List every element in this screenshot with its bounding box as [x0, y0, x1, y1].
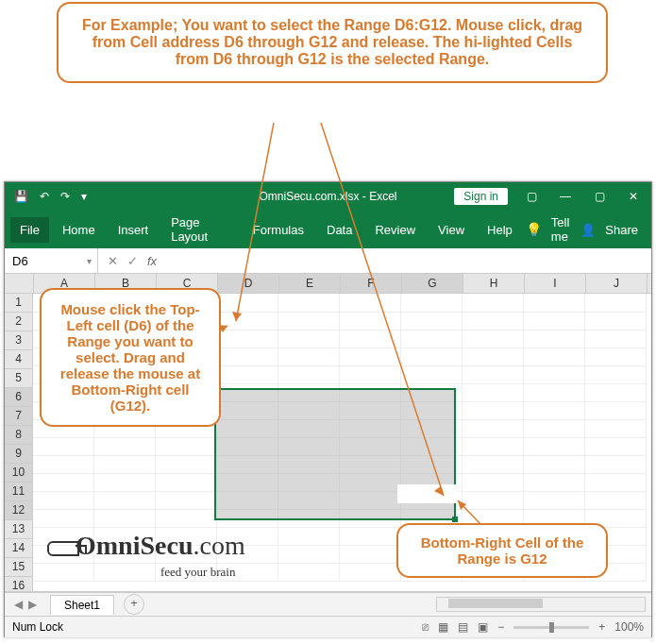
tab-page-layout[interactable]: Page Layout [161, 210, 240, 249]
bulb-icon: 💡 [526, 222, 542, 237]
select-all-corner[interactable] [5, 274, 34, 293]
row-head[interactable]: 3 [5, 331, 33, 350]
zoom-out-button[interactable]: − [497, 620, 504, 634]
zoom-in-button[interactable]: + [598, 620, 605, 634]
row-head[interactable]: 8 [5, 426, 33, 445]
view-break-icon[interactable]: ▣ [478, 620, 488, 634]
share-button[interactable]: Share [605, 223, 638, 237]
tab-help[interactable]: Help [478, 217, 522, 243]
col-head-i[interactable]: I [525, 274, 586, 293]
view-normal-icon[interactable]: ▦ [438, 620, 448, 634]
row-head[interactable]: 2 [5, 313, 33, 331]
row-head[interactable]: 7 [5, 407, 33, 426]
row-head[interactable]: 16 [5, 577, 33, 592]
row-head[interactable]: 5 [5, 369, 33, 388]
row-head[interactable]: 4 [5, 350, 33, 369]
ribbon: File Home Insert Page Layout Formulas Da… [5, 211, 651, 248]
undo-icon[interactable]: ↶ [40, 190, 49, 203]
callout-top: For Example; You want to select the Rang… [57, 2, 608, 83]
ribbon-options-icon[interactable]: ▢ [521, 190, 542, 203]
redo-icon[interactable]: ↷ [60, 190, 70, 203]
callout-left: Mouse click the Top-Left cell (D6) of th… [40, 288, 221, 427]
enter-icon[interactable]: ✓ [127, 254, 138, 268]
share-icon: 👤 [580, 223, 596, 237]
key-icon [47, 541, 79, 556]
col-head-h[interactable]: H [463, 274, 525, 293]
row-head[interactable]: 1 [5, 294, 33, 313]
fx-button[interactable]: fx [147, 254, 157, 268]
row-head[interactable]: 13 [5, 520, 33, 539]
selection-range [214, 388, 456, 520]
tab-data[interactable]: Data [317, 217, 362, 243]
col-head-j[interactable]: J [586, 274, 648, 293]
sheet-tabs: ◀ ▶ Sheet1 + [5, 592, 651, 616]
display-settings-icon[interactable]: ⎚ [422, 620, 429, 634]
tab-insert[interactable]: Insert [109, 217, 159, 243]
name-box[interactable]: D6 [5, 248, 98, 273]
zoom-percent[interactable]: 100% [614, 620, 644, 634]
row-head[interactable]: 14 [5, 539, 33, 558]
col-head-g[interactable]: G [402, 274, 463, 293]
row-head[interactable]: 12 [5, 501, 33, 520]
row-head[interactable]: 15 [5, 558, 33, 577]
callout-bottom: Bottom-Right Cell of the Range is G12 [396, 523, 608, 578]
prev-sheet-icon[interactable]: ◀ [14, 598, 23, 611]
cancel-icon[interactable]: ✕ [108, 254, 118, 268]
row-head[interactable]: 10 [5, 464, 33, 483]
logo-tagline: feed your brain [160, 565, 235, 580]
col-head-f[interactable]: F [341, 274, 402, 293]
next-sheet-icon[interactable]: ▶ [28, 598, 37, 611]
formula-bar: D6 ✕ ✓ fx [5, 248, 651, 274]
row-head[interactable]: 9 [5, 445, 33, 464]
fill-handle[interactable] [452, 517, 458, 522]
signin-button[interactable]: Sign in [454, 188, 508, 205]
tab-review[interactable]: Review [365, 217, 425, 243]
qat-dropdown-icon[interactable]: ▾ [81, 190, 87, 203]
logo: OmniSecu.com [47, 531, 245, 561]
zoom-slider[interactable] [513, 626, 589, 629]
tab-file[interactable]: File [10, 217, 49, 243]
tellme-button[interactable]: Tell me [551, 215, 572, 244]
numlock-label: Num Lock [12, 620, 63, 634]
tab-view[interactable]: View [429, 217, 474, 243]
tab-formulas[interactable]: Formulas [244, 217, 313, 243]
quick-access-toolbar: 💾 ↶ ↷ ▾ [5, 190, 87, 203]
window-title: OmniSecu.com.xlsx - Excel [259, 190, 396, 203]
row-head[interactable]: 6 [5, 388, 33, 407]
col-head-d[interactable]: D [218, 274, 279, 293]
sheet-tab-1[interactable]: Sheet1 [50, 595, 114, 615]
restore-button[interactable]: ▢ [589, 190, 610, 203]
save-icon[interactable]: 💾 [14, 190, 28, 203]
col-head-e[interactable]: E [279, 274, 341, 293]
row-head[interactable]: 11 [5, 483, 33, 501]
view-layout-icon[interactable]: ▤ [458, 620, 468, 634]
titlebar: 💾 ↶ ↷ ▾ OmniSecu.com.xlsx - Excel Sign i… [5, 182, 651, 211]
tab-home[interactable]: Home [53, 217, 105, 243]
close-button[interactable]: ✕ [623, 190, 644, 203]
horizontal-scrollbar[interactable] [436, 597, 646, 612]
active-cell-d6[interactable] [397, 484, 458, 503]
status-bar: Num Lock ⎚ ▦ ▤ ▣ − + 100% [5, 616, 651, 637]
minimize-button[interactable]: — [555, 190, 576, 203]
add-sheet-button[interactable]: + [124, 594, 144, 615]
